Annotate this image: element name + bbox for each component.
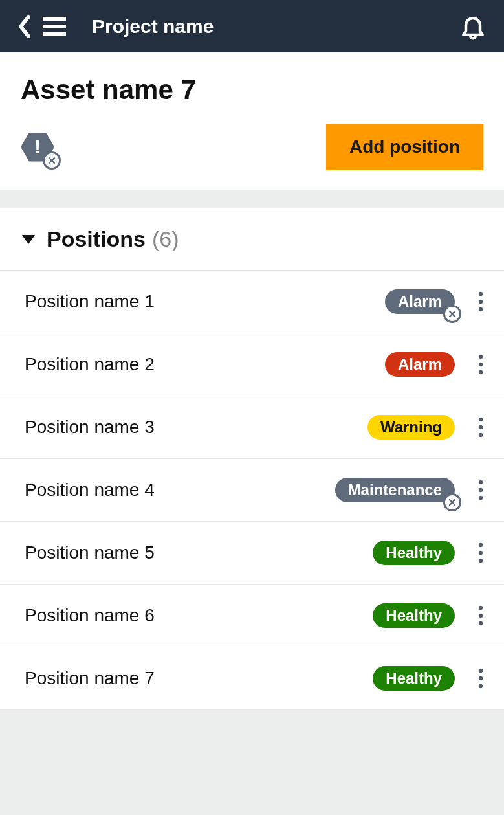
position-row[interactable]: Position name 7Healthy [0,647,504,710]
svg-point-21 [479,543,483,547]
svg-point-28 [479,676,483,680]
position-row[interactable]: Position name 2Alarm [0,333,504,396]
svg-point-8 [479,300,483,304]
status-badge-wrap: Warning [367,415,455,440]
positions-count: (6) [152,227,179,252]
kebab-icon [478,605,483,626]
svg-point-12 [479,370,483,374]
svg-point-26 [479,621,483,625]
svg-point-9 [479,307,483,311]
positions-section-header[interactable]: Positions (6) [0,208,504,271]
app-header: Project name [0,0,504,52]
positions-label: Positions [47,227,146,252]
status-badge-wrap: Alarm [385,352,455,377]
svg-rect-2 [43,32,66,36]
svg-point-29 [479,684,483,688]
asset-title: Asset name 7 [21,74,483,106]
position-row[interactable]: Position name 4Maintenance [0,459,504,522]
status-badge: Healthy [373,666,455,691]
svg-point-20 [479,496,483,500]
svg-point-19 [479,488,483,492]
more-menu-button[interactable] [473,350,488,379]
kebab-icon [478,480,483,500]
svg-rect-1 [43,25,66,28]
status-badge-wrap: Maintenance [335,478,455,502]
notifications-button[interactable] [459,11,487,42]
position-row[interactable]: Position name 3Warning [0,396,504,459]
menu-button[interactable] [43,17,82,36]
kebab-icon [478,542,483,563]
svg-point-24 [479,606,483,610]
svg-point-15 [479,433,483,437]
position-name: Position name 2 [25,354,385,375]
position-row[interactable]: Position name 1Alarm [0,271,504,333]
status-badge-wrap: Healthy [373,541,455,565]
svg-point-13 [479,418,483,421]
asset-panel: Asset name 7 ! Add position [0,52,504,190]
kebab-icon [478,291,483,312]
more-menu-button[interactable] [473,664,488,693]
status-badge-wrap: Alarm [385,289,455,314]
hamburger-icon [43,17,66,36]
position-name: Position name 4 [25,480,335,500]
header-title: Project name [92,16,459,38]
bell-icon [459,11,487,42]
dismiss-overlay-icon [443,305,461,323]
position-row[interactable]: Position name 6Healthy [0,585,504,647]
svg-rect-0 [43,17,66,21]
status-badge-wrap: Healthy [373,603,455,628]
dismiss-overlay-icon [43,151,61,170]
chevron-down-icon [22,235,35,244]
chevron-left-icon [17,14,31,39]
add-position-button[interactable]: Add position [326,124,483,170]
dismiss-overlay-icon [443,493,461,511]
asset-status-icon-wrap: ! [21,133,54,162]
more-menu-button[interactable] [473,413,488,441]
svg-point-27 [479,669,483,673]
positions-list: Position name 1AlarmPosition name 2Alarm… [0,271,504,710]
svg-point-14 [479,425,483,429]
svg-point-10 [479,355,483,359]
position-row[interactable]: Position name 5Healthy [0,522,504,585]
more-menu-button[interactable] [473,476,488,504]
position-name: Position name 1 [25,291,385,312]
position-name: Position name 6 [25,605,373,626]
svg-point-23 [479,559,483,563]
svg-point-11 [479,363,483,366]
kebab-icon [478,354,483,375]
status-badge: Healthy [373,603,455,628]
kebab-icon [478,417,483,438]
kebab-icon [478,668,483,689]
more-menu-button[interactable] [473,539,488,567]
position-name: Position name 7 [25,668,373,689]
status-badge: Alarm [385,352,455,377]
svg-point-7 [479,292,483,296]
more-menu-button[interactable] [473,601,488,630]
svg-point-18 [479,480,483,484]
exclamation-icon: ! [34,137,41,157]
more-menu-button[interactable] [473,287,488,316]
position-name: Position name 3 [25,417,367,438]
position-name: Position name 5 [25,542,373,563]
status-badge-wrap: Healthy [373,666,455,691]
back-button[interactable] [17,14,43,39]
status-badge: Maintenance [335,478,455,502]
svg-point-22 [479,551,483,555]
svg-point-25 [479,614,483,618]
status-badge: Warning [367,415,455,440]
status-badge: Healthy [373,541,455,565]
